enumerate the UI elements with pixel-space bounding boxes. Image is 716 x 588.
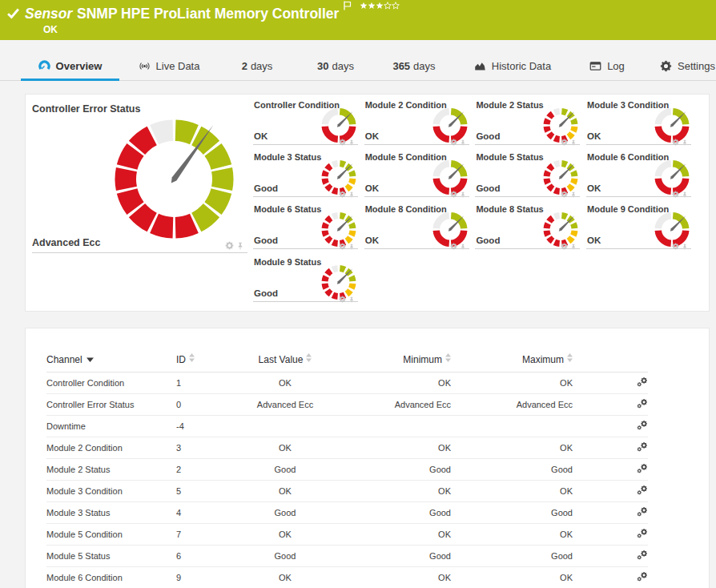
cell-channel[interactable]: Controller Condition <box>46 372 176 393</box>
primary-gauge-cell[interactable]: Controller Error StatusAdvanced Ecc <box>26 95 247 253</box>
star-filled-icon[interactable] <box>376 2 384 10</box>
gauge-needle <box>559 111 574 127</box>
star-empty-icon[interactable] <box>392 2 400 10</box>
tab-historic-data[interactable]: Historic Data <box>463 50 562 81</box>
pin-icon[interactable] <box>236 241 244 251</box>
gear-icon[interactable] <box>672 243 679 250</box>
priority-stars[interactable] <box>360 2 400 10</box>
cell-channel[interactable]: Module 2 Condition <box>46 437 176 458</box>
gear-icon[interactable] <box>561 191 568 198</box>
cell-channel[interactable]: Module 3 Status <box>46 501 176 523</box>
pin-icon[interactable] <box>348 191 355 199</box>
cell-channel[interactable]: Module 5 Condition <box>46 523 176 545</box>
gear-icon[interactable] <box>561 139 568 146</box>
gauge-segment-gray <box>322 108 339 125</box>
channel-gauge-cell[interactable]: Module 9 StatusGood <box>253 252 358 304</box>
gear-icon[interactable] <box>339 139 346 146</box>
gauge-needle <box>559 163 574 179</box>
pin-icon[interactable] <box>460 139 466 147</box>
tab-settings[interactable]: Settings <box>660 50 716 81</box>
channel-gauge-cell[interactable]: Module 5 ConditionOK <box>364 147 469 199</box>
pin-icon[interactable] <box>682 139 688 147</box>
sort-desc-icon[interactable] <box>86 357 94 362</box>
column-header-maximum[interactable]: Maximum <box>451 348 573 372</box>
tab-30-days[interactable]: 30days <box>304 50 368 81</box>
channel-gauge-cell[interactable]: Module 2 ConditionOK <box>364 95 469 147</box>
cell-channel[interactable]: Module 3 Condition <box>46 480 176 501</box>
channel-gauge-cell[interactable]: Module 9 ConditionOK <box>586 199 691 251</box>
column-header-label[interactable]: ID <box>176 354 186 365</box>
star-empty-icon[interactable] <box>384 2 392 10</box>
tab-365-days[interactable]: 365days <box>382 50 446 81</box>
channel-gauge-cell[interactable]: Module 6 ConditionOK <box>586 147 691 199</box>
gear-icon[interactable] <box>450 191 457 198</box>
pin-icon[interactable] <box>570 191 577 199</box>
gauge-segment-gray <box>332 160 338 167</box>
gear-icon[interactable] <box>672 139 679 146</box>
gear-icon[interactable] <box>561 243 568 250</box>
cell-maximum <box>451 415 573 437</box>
cell-channel[interactable]: Module 2 Status <box>46 458 176 480</box>
cell-channel[interactable]: Module 6 Condition <box>46 566 176 588</box>
pin-icon[interactable] <box>460 243 466 251</box>
channel-settings-icon[interactable] <box>636 485 648 497</box>
pin-icon[interactable] <box>348 243 355 251</box>
flag-icon[interactable] <box>343 1 352 10</box>
pin-icon[interactable] <box>348 296 355 304</box>
cell-channel[interactable]: Controller Error Status <box>46 393 176 415</box>
channel-gauge-cell[interactable]: Module 3 StatusGood <box>253 147 358 199</box>
gear-icon[interactable] <box>672 191 679 198</box>
channel-settings-icon[interactable] <box>636 441 648 454</box>
cell-channel[interactable]: Module 5 Status <box>46 545 176 566</box>
gear-icon[interactable] <box>225 241 234 250</box>
star-filled-icon[interactable] <box>368 2 376 10</box>
pin-icon[interactable] <box>682 191 688 199</box>
column-header-minimum[interactable]: Minimum <box>330 348 451 372</box>
pin-icon[interactable] <box>460 191 466 199</box>
star-filled-icon[interactable] <box>360 2 368 10</box>
sort-both-icon[interactable] <box>445 353 451 362</box>
channel-settings-icon[interactable] <box>636 420 648 433</box>
channel-settings-icon[interactable] <box>636 571 648 584</box>
tab-overview[interactable]: Overview <box>21 50 119 81</box>
pin-icon[interactable] <box>570 243 577 251</box>
sort-both-icon[interactable] <box>306 353 312 362</box>
pin-icon[interactable] <box>348 139 355 147</box>
channel-settings-icon[interactable] <box>636 506 648 519</box>
column-header-label[interactable]: Last Value <box>259 354 304 365</box>
pin-icon[interactable] <box>682 243 688 251</box>
channel-gauge-cell[interactable]: Module 8 StatusGood <box>475 199 580 251</box>
gear-icon[interactable] <box>450 139 457 146</box>
channel-settings-icon[interactable] <box>636 550 648 562</box>
column-header-label[interactable]: Channel <box>46 354 82 365</box>
cell-actions <box>573 437 648 458</box>
gear-icon[interactable] <box>339 296 346 303</box>
sort-both-icon[interactable] <box>567 353 573 362</box>
tab-live-data[interactable]: Live Data <box>129 50 209 81</box>
cell-actions <box>573 415 648 437</box>
channel-gauge-cell[interactable]: Module 8 ConditionOK <box>364 199 469 251</box>
channel-gauge-cell[interactable]: Module 2 StatusGood <box>475 95 580 147</box>
column-header-label[interactable]: Maximum <box>522 354 564 365</box>
gear-icon[interactable] <box>450 243 457 250</box>
tab-2-days[interactable]: 2days <box>225 50 289 81</box>
cell-channel[interactable]: Downtime <box>46 415 176 437</box>
cell-last-value <box>240 415 330 437</box>
channel-gauge-cell[interactable]: Module 5 StatusGood <box>475 147 580 199</box>
sort-both-icon[interactable] <box>189 353 195 362</box>
channel-settings-icon[interactable] <box>636 377 648 389</box>
channel-settings-icon[interactable] <box>636 528 648 541</box>
gear-icon[interactable] <box>339 243 346 250</box>
channel-settings-icon[interactable] <box>636 398 648 411</box>
channel-settings-icon[interactable] <box>636 463 648 476</box>
pin-icon[interactable] <box>570 139 577 147</box>
column-header-channel[interactable]: Channel <box>46 348 176 372</box>
channel-gauge-cell[interactable]: Module 3 ConditionOK <box>586 95 691 147</box>
gear-icon[interactable] <box>339 191 346 198</box>
tab-log[interactable]: Log <box>575 50 639 81</box>
column-header-last-value[interactable]: Last Value <box>240 348 330 372</box>
channel-gauge-cell[interactable]: Controller ConditionOK <box>253 95 358 147</box>
column-header-id[interactable]: ID <box>176 348 240 372</box>
channel-gauge-cell[interactable]: Module 6 StatusGood <box>253 199 358 251</box>
column-header-label[interactable]: Minimum <box>403 354 442 365</box>
